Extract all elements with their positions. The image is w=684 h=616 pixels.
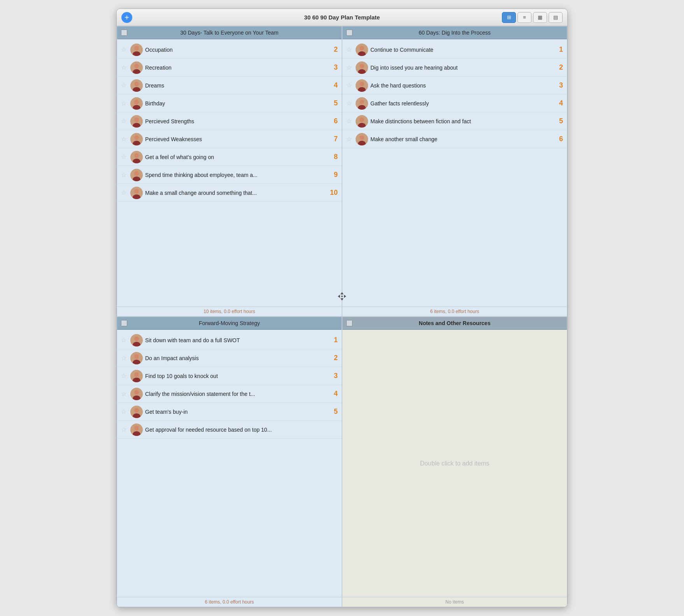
quadrant-notes: Notes and Other Resources Double click t… bbox=[342, 317, 567, 607]
quadrant-strategy: Forward-Moving Strategy ☆ Sit down with … bbox=[117, 317, 342, 607]
table-row[interactable]: ☆ Birthday 5 bbox=[117, 94, 342, 112]
table-row[interactable]: ☆ Make another small change 6 bbox=[342, 130, 567, 148]
star-icon[interactable]: ☆ bbox=[121, 171, 128, 178]
quadrant-grid: 30 Days- Talk to Everyone on Your Team ☆… bbox=[117, 26, 567, 607]
task-number: 4 bbox=[328, 81, 338, 89]
task-number: 2 bbox=[554, 63, 563, 72]
star-icon[interactable]: ☆ bbox=[121, 354, 128, 362]
star-icon[interactable]: ☆ bbox=[121, 426, 128, 433]
task-number: 1 bbox=[554, 46, 563, 54]
avatar bbox=[130, 424, 143, 436]
title-bar-left: + bbox=[121, 12, 132, 23]
star-icon[interactable]: ☆ bbox=[121, 100, 128, 107]
task-label: Make a small change around something tha… bbox=[145, 190, 326, 196]
table-row[interactable]: ☆ Get a feel of what's going on 8 bbox=[117, 148, 342, 166]
star-icon[interactable]: ☆ bbox=[121, 372, 128, 380]
table-row[interactable]: ☆ Gather facts relentlessly 4 bbox=[342, 94, 567, 112]
star-icon[interactable]: ☆ bbox=[346, 64, 353, 71]
star-icon[interactable]: ☆ bbox=[346, 46, 353, 53]
table-row[interactable]: ☆ Percieved Strengths 6 bbox=[117, 112, 342, 130]
q3-checkbox[interactable] bbox=[121, 320, 127, 326]
q4-body[interactable]: Double click to add items bbox=[342, 330, 567, 597]
table-row[interactable]: ☆ Make a small change around something t… bbox=[117, 184, 342, 202]
star-icon[interactable]: ☆ bbox=[346, 82, 353, 89]
task-label: Sit down with team and do a full SWOT bbox=[145, 337, 326, 343]
star-icon[interactable]: ☆ bbox=[121, 153, 128, 161]
task-number: 2 bbox=[328, 354, 338, 362]
star-icon[interactable]: ☆ bbox=[121, 336, 128, 344]
view-cal1-button[interactable]: ▦ bbox=[533, 12, 547, 23]
table-row[interactable]: ☆ Get team's buy-in 5 bbox=[117, 403, 342, 421]
svg-point-16 bbox=[134, 135, 139, 140]
view-grid-button[interactable]: ⊞ bbox=[502, 12, 516, 23]
task-number: 9 bbox=[328, 171, 338, 179]
svg-point-37 bbox=[360, 100, 364, 104]
table-row[interactable]: ☆ Do an Impact analysis 2 bbox=[117, 349, 342, 367]
table-row[interactable]: ☆ Get approval for needed resource based… bbox=[117, 421, 342, 439]
task-label: Spend time thinking about employee, team… bbox=[145, 172, 326, 178]
table-row[interactable]: ☆ Make distinctions between fiction and … bbox=[342, 112, 567, 130]
star-icon[interactable]: ☆ bbox=[121, 135, 128, 143]
task-label: Do an Impact analysis bbox=[145, 355, 326, 361]
task-label: Percieved Strengths bbox=[145, 118, 326, 124]
avatar bbox=[130, 61, 143, 74]
avatar bbox=[130, 115, 143, 128]
table-row[interactable]: ☆ Dig into issed you are hearing about 2 bbox=[342, 59, 567, 77]
title-bar: + 30 60 90 Day Plan Template ⊞ ≡ ▦ ▤ bbox=[117, 9, 567, 26]
star-icon[interactable]: ☆ bbox=[121, 64, 128, 71]
svg-point-52 bbox=[134, 372, 139, 377]
q2-footer: 6 items, 0.0 effort hours bbox=[342, 306, 567, 316]
star-icon[interactable]: ☆ bbox=[121, 189, 128, 196]
task-number: 5 bbox=[328, 99, 338, 107]
q3-footer: 6 items, 0.0 effort hours bbox=[117, 597, 342, 607]
table-row[interactable]: ☆ Sit down with team and do a full SWOT … bbox=[117, 331, 342, 349]
svg-point-58 bbox=[134, 408, 139, 413]
avatar bbox=[130, 169, 143, 181]
task-label: Recreation bbox=[145, 65, 326, 71]
avatar bbox=[130, 406, 143, 418]
task-label: Make distinctions between fiction and fa… bbox=[370, 118, 551, 124]
avatar bbox=[130, 370, 143, 382]
q3-body: ☆ Sit down with team and do a full SWOT … bbox=[117, 330, 342, 597]
star-icon[interactable]: ☆ bbox=[346, 117, 353, 125]
svg-point-61 bbox=[134, 426, 139, 430]
table-row[interactable]: ☆ Occupation 2 bbox=[117, 41, 342, 59]
table-row[interactable]: ☆ Ask the hard questions 3 bbox=[342, 77, 567, 94]
svg-point-46 bbox=[134, 336, 139, 341]
table-row[interactable]: ☆ Clarify the mission/vision statement f… bbox=[117, 385, 342, 403]
star-icon[interactable]: ☆ bbox=[121, 46, 128, 53]
add-button[interactable]: + bbox=[121, 12, 132, 23]
view-cal2-button[interactable]: ▤ bbox=[549, 12, 563, 23]
q1-checkbox[interactable] bbox=[121, 30, 127, 36]
table-row[interactable]: ☆ Spend time thinking about employee, te… bbox=[117, 166, 342, 184]
q3-header: Forward-Moving Strategy bbox=[117, 317, 342, 330]
task-label: Birthday bbox=[145, 100, 326, 107]
task-label: Gather facts relentlessly bbox=[370, 100, 551, 107]
q4-header: Notes and Other Resources bbox=[342, 317, 567, 330]
star-icon[interactable]: ☆ bbox=[121, 408, 128, 415]
star-icon[interactable]: ☆ bbox=[346, 100, 353, 107]
table-row[interactable]: ☆ Continue to Communicate 1 bbox=[342, 41, 567, 59]
svg-point-34 bbox=[360, 82, 364, 86]
task-label: Get team's buy-in bbox=[145, 409, 326, 415]
table-row[interactable]: ☆ Dreams 4 bbox=[117, 77, 342, 94]
window-title: 30 60 90 Day Plan Template bbox=[304, 14, 380, 21]
task-number: 3 bbox=[554, 81, 563, 89]
star-icon[interactable]: ☆ bbox=[346, 135, 353, 143]
avatar bbox=[130, 334, 143, 346]
q2-checkbox[interactable] bbox=[346, 30, 353, 36]
avatar bbox=[356, 61, 368, 74]
q3-title: Forward-Moving Strategy bbox=[127, 320, 331, 326]
table-row[interactable]: ☆ Find top 10 goals to knock out 3 bbox=[117, 367, 342, 385]
view-toolbar: ⊞ ≡ ▦ ▤ bbox=[502, 12, 563, 23]
notes-placeholder: Double click to add items bbox=[420, 460, 489, 467]
star-icon[interactable]: ☆ bbox=[121, 390, 128, 397]
task-number: 5 bbox=[328, 408, 338, 416]
svg-point-28 bbox=[360, 46, 364, 51]
view-list-button[interactable]: ≡ bbox=[517, 12, 531, 23]
table-row[interactable]: ☆ Recreation 3 bbox=[117, 59, 342, 77]
star-icon[interactable]: ☆ bbox=[121, 82, 128, 89]
star-icon[interactable]: ☆ bbox=[121, 117, 128, 125]
table-row[interactable]: ☆ Percieved Weaknesses 7 bbox=[117, 130, 342, 148]
q4-checkbox[interactable] bbox=[346, 320, 353, 326]
